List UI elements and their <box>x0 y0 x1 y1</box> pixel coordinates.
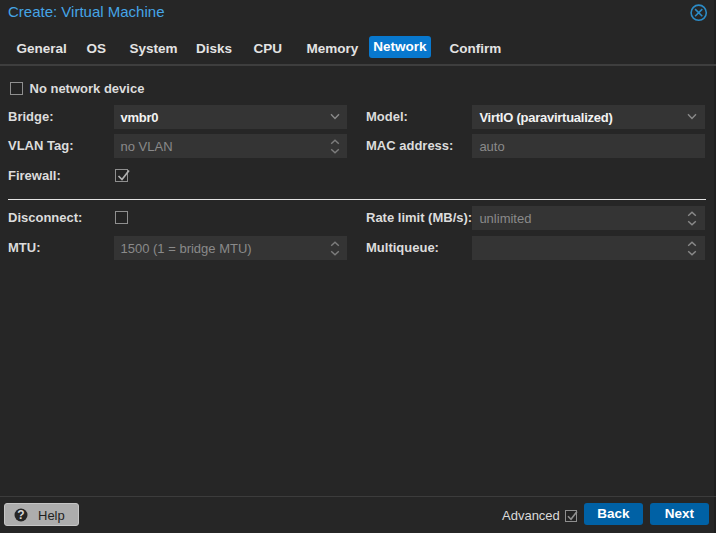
svg-text:?: ? <box>17 508 24 522</box>
